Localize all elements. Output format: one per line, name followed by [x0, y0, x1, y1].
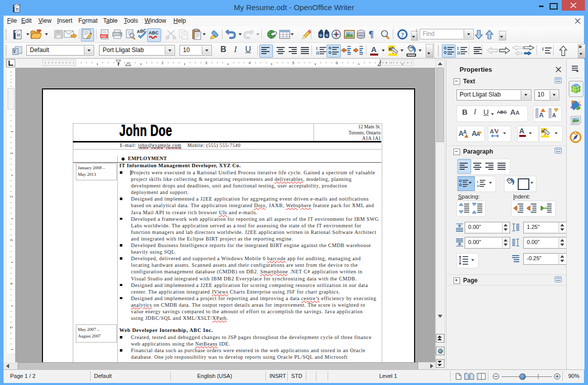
svg-text:II: II	[316, 51, 319, 55]
svg-text:N: N	[574, 131, 576, 134]
svg-text:II: II	[477, 184, 480, 187]
svg-text:II: II	[457, 51, 460, 55]
svg-text:?: ?	[401, 31, 404, 38]
svg-text:I: I	[542, 46, 544, 52]
svg-text:A: A	[539, 111, 544, 119]
svg-text:I: I	[316, 46, 318, 51]
svg-text:A: A	[490, 128, 494, 134]
svg-text:A: A	[552, 112, 556, 118]
svg-text:I: I	[457, 46, 459, 51]
svg-text:PDF: PDF	[101, 35, 107, 38]
svg-text:ABC: ABC	[149, 30, 159, 35]
svg-text:A: A	[463, 129, 467, 135]
svg-text:I: I	[477, 180, 478, 184]
